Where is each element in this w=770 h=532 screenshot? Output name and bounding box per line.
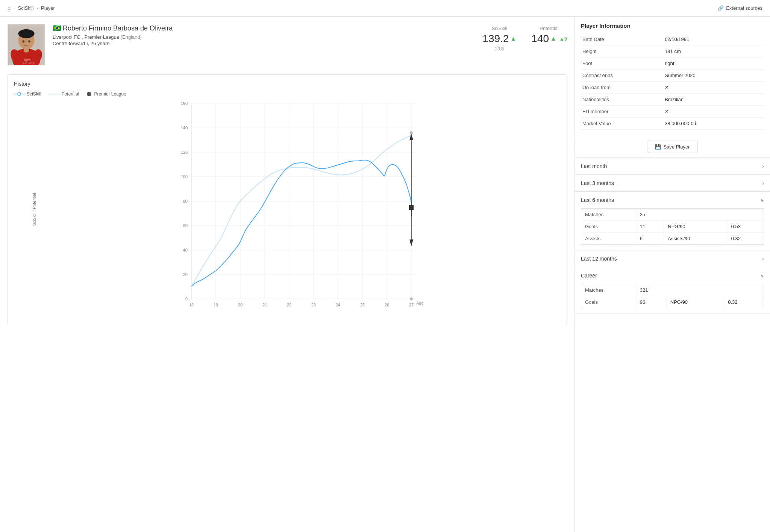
top-navigation: ⌂ · SciSkill · Player 🔗 External sources <box>0 0 770 17</box>
sciskill-stat: SciSkill 139.2 ▲ 20.8 <box>482 26 516 52</box>
player-info-row: Height181 cm <box>581 45 764 58</box>
player-information-section: Player Information Birth Date02/10/1991H… <box>575 17 770 136</box>
svg-point-13 <box>18 92 21 95</box>
svg-text:Age: Age <box>416 301 424 305</box>
player-info-row: On loan from✕ <box>581 82 764 94</box>
svg-point-15 <box>87 92 91 96</box>
main-layout: NEW BALANCE 🇧🇷 Roberto Firmino Barbosa d… <box>0 17 770 532</box>
stats-row-goals: Goals 96 NPG/90 0.32 <box>581 296 764 308</box>
section-header-last-6-months[interactable]: Last 6 months ∨ <box>575 192 770 208</box>
svg-text:NEW: NEW <box>24 59 31 62</box>
history-chart-svg: 160 140 120 100 80 60 <box>33 100 561 318</box>
stats-row-goals: Goals 11 NPG/90 0.53 <box>581 221 764 233</box>
section-last-6-months: Last 6 months ∨ Matches 25 Goals 11 NPG/… <box>575 192 770 250</box>
svg-text:20: 20 <box>238 303 243 307</box>
stats-table: Matches 321 Goals 96 NPG/90 0.32 <box>581 284 764 308</box>
svg-text:60: 60 <box>183 223 188 228</box>
chevron-icon: › <box>762 256 764 262</box>
svg-text:0: 0 <box>185 297 188 301</box>
svg-text:BALANCE: BALANCE <box>23 62 35 65</box>
save-section: 💾 Save Player <box>575 136 770 158</box>
legend-league-icon <box>86 91 92 97</box>
svg-point-9 <box>28 40 30 42</box>
stats-sections: Last month › Last 3 months › Last 6 mont… <box>575 158 770 314</box>
info-icon: ℹ <box>86 41 88 46</box>
section-label: Last 12 months <box>581 256 617 262</box>
svg-text:22: 22 <box>287 303 291 307</box>
sciskill-up-arrow: ▲ <box>510 35 516 42</box>
svg-rect-57 <box>409 205 414 210</box>
svg-text:26: 26 <box>385 303 389 307</box>
section-label: Last month <box>581 163 607 169</box>
section-content-career: Matches 321 Goals 96 NPG/90 0.32 <box>575 284 770 314</box>
section-last-12-months: Last 12 months › <box>575 250 770 267</box>
section-header-last-month[interactable]: Last month › <box>575 158 770 174</box>
section-header-career[interactable]: Career ∨ <box>575 267 770 284</box>
player-header: NEW BALANCE 🇧🇷 Roberto Firmino Barbosa d… <box>8 24 567 65</box>
sep2: · <box>36 5 38 11</box>
save-icon: 💾 <box>655 144 661 150</box>
breadcrumb: ⌂ · SciSkill · Player <box>8 5 55 11</box>
svg-marker-55 <box>409 133 413 140</box>
y-axis-label: SciSkill / Potential <box>32 193 36 226</box>
left-panel: NEW BALANCE 🇧🇷 Roberto Firmino Barbosa d… <box>0 17 574 532</box>
section-header-last-3-months[interactable]: Last 3 months › <box>575 175 770 191</box>
player-club: Liverpool FC , Premier League (England) <box>53 34 467 40</box>
svg-text:20: 20 <box>183 272 188 277</box>
stats-row-assists: Assists 6 Assists/90 0.32 <box>581 233 764 245</box>
section-career: Career ∨ Matches 321 Goals 96 NPG/90 0.3… <box>575 267 770 314</box>
svg-text:40: 40 <box>183 248 188 252</box>
external-sources-button[interactable]: 🔗 External sources <box>718 5 762 11</box>
home-icon[interactable]: ⌂ <box>8 5 11 11</box>
stats-row-matches: Matches 25 <box>581 209 764 221</box>
svg-text:23: 23 <box>311 303 316 307</box>
legend-league: Premier League <box>86 91 126 97</box>
svg-text:160: 160 <box>181 101 188 106</box>
page-title: Player <box>41 5 55 11</box>
section-content-last-6-months: Matches 25 Goals 11 NPG/90 0.53 Assists … <box>575 208 770 250</box>
chevron-icon: ∨ <box>760 273 764 279</box>
player-info-row: Market Value38.000.000 € ℹ <box>581 118 764 130</box>
right-panel: Player Information Birth Date02/10/1991H… <box>574 17 770 532</box>
svg-point-60 <box>410 131 413 134</box>
svg-point-3 <box>18 29 34 38</box>
brand-link[interactable]: SciSkill <box>18 5 33 11</box>
section-header-last-12-months[interactable]: Last 12 months › <box>575 250 770 267</box>
svg-text:27: 27 <box>409 303 414 307</box>
player-stats: SciSkill 139.2 ▲ 20.8 Potential 140 ▲ ▲9 <box>482 24 567 52</box>
history-section: History SciSkill Potential <box>8 74 567 325</box>
svg-text:19: 19 <box>214 303 218 307</box>
potential-up-arrow: ▲ <box>550 35 556 42</box>
svg-point-8 <box>22 40 24 42</box>
svg-text:24: 24 <box>336 303 340 307</box>
history-title: History <box>14 81 561 87</box>
save-player-button[interactable]: 💾 Save Player <box>647 141 697 153</box>
chevron-icon: › <box>762 180 764 186</box>
player-name: 🇧🇷 Roberto Firmino Barbosa de Oliveira <box>53 24 467 33</box>
section-label: Last 3 months <box>581 180 614 186</box>
player-info-row: EU member✕ <box>581 106 764 118</box>
chart-wrapper: SciSkill / Potential 160 140 <box>33 100 561 319</box>
player-photo-svg: NEW BALANCE <box>8 24 45 65</box>
player-flag: 🇧🇷 <box>53 24 61 32</box>
chevron-icon: ∨ <box>760 197 764 203</box>
svg-text:140: 140 <box>181 126 188 130</box>
player-position: Centre forward ℹ, 26 years <box>53 41 467 46</box>
svg-text:21: 21 <box>262 303 267 307</box>
stats-row-matches: Matches 321 <box>581 284 764 296</box>
svg-marker-59 <box>409 239 413 246</box>
section-last-3-months: Last 3 months › <box>575 175 770 192</box>
link-icon: 🔗 <box>718 5 724 11</box>
section-label: Last 6 months <box>581 197 614 203</box>
svg-text:25: 25 <box>360 303 365 307</box>
player-photo: NEW BALANCE <box>8 24 45 65</box>
legend-sciskill: SciSkill <box>14 91 41 97</box>
player-info-row: NationalitiesBrazilian <box>581 94 764 106</box>
section-label: Career <box>581 273 597 279</box>
chart-legend: SciSkill Potential Premier League <box>14 91 561 97</box>
legend-potential: Potential <box>49 91 79 97</box>
section-last-month: Last month › <box>575 158 770 175</box>
player-info-row: Birth Date02/10/1991 <box>581 33 764 45</box>
svg-text:120: 120 <box>181 150 188 155</box>
svg-text:80: 80 <box>183 199 188 203</box>
